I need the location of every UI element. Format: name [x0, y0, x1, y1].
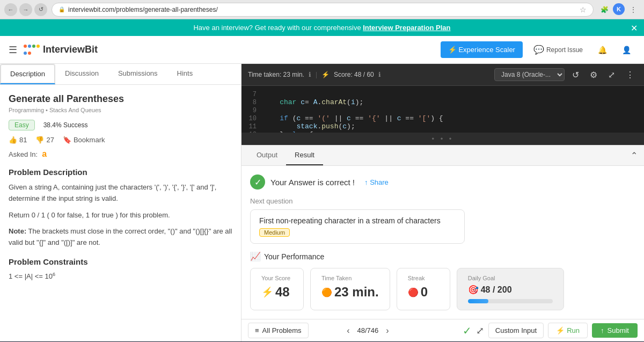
code-line-9: 9: [241, 106, 644, 114]
check-solution-button[interactable]: ✓: [463, 324, 472, 337]
tab-description[interactable]: Description: [0, 64, 55, 84]
report-issue-button[interactable]: 💬 Report Issue: [529, 42, 587, 57]
score-card-value: ⚡ 48: [261, 285, 292, 300]
code-line-8: 8 char c= A.charAt(i);: [241, 98, 644, 106]
all-problems-button[interactable]: ≡ All Problems: [248, 323, 309, 338]
run-icon: ⚡: [556, 326, 565, 334]
back-button[interactable]: ←: [4, 3, 17, 16]
experience-scaler-button[interactable]: ⚡ Experience Scaler: [441, 41, 523, 58]
bookmark-button[interactable]: 🔖 Bookmark: [63, 136, 105, 144]
prev-problem-button[interactable]: ‹: [343, 325, 353, 337]
problem-description-title: Problem Description: [9, 168, 232, 177]
next-question-card[interactable]: First non-repeating character in a strea…: [250, 209, 465, 244]
refresh-code-button[interactable]: ↺: [569, 69, 582, 81]
results-panel: Output Result ⌃ ✓ Your Answer is correct…: [241, 145, 644, 319]
daily-goal-fill: [468, 299, 488, 303]
upload-icon: ↑: [601, 326, 604, 334]
main-layout: Description Discussion Submissions Hints…: [0, 64, 644, 341]
list-icon: ≡: [255, 326, 259, 334]
lightning-score-icon: ⚡: [261, 286, 273, 298]
bottom-toolbar: ≡ All Problems ‹ 48/746 › ✓ ⤢ Custom Inp…: [241, 319, 644, 341]
time-card: Time Taken 🟠 23 min.: [310, 268, 390, 310]
logo-icon: [24, 43, 40, 56]
tab-discussion[interactable]: Discussion: [55, 64, 108, 84]
results-content: ✓ Your Answer is correct ! ↑ Share Next …: [241, 166, 644, 319]
amazon-logo: a: [42, 149, 47, 159]
profile-button[interactable]: K: [613, 3, 625, 15]
asked-in-label: Asked In:: [9, 150, 38, 158]
interview-prep-banner: Have an interview? Get ready with our co…: [0, 19, 644, 36]
menu-button[interactable]: ⋮: [627, 3, 640, 16]
downvote-count: 27: [46, 136, 54, 144]
star-icon[interactable]: ☆: [580, 5, 587, 14]
notifications-button[interactable]: 🔔: [594, 43, 611, 56]
upvote-button[interactable]: 👍 81: [9, 136, 27, 144]
tab-result[interactable]: Result: [286, 145, 323, 165]
banner-link[interactable]: Interview Preparation Plan: [363, 24, 450, 32]
expand-editor-button[interactable]: ⤢: [476, 325, 484, 337]
tab-submissions[interactable]: Submissions: [108, 64, 167, 84]
thumbs-down-icon: 👎: [35, 136, 44, 144]
problem-tags: Programming • Stacks And Queues: [9, 107, 232, 113]
browser-action-buttons: 🧩 K ⋮: [598, 3, 640, 16]
toolbar-separator: |: [316, 71, 317, 78]
check-circle-icon: ✓: [250, 174, 265, 190]
downvote-button[interactable]: 👎 27: [35, 136, 54, 144]
extensions-button[interactable]: 🧩: [598, 3, 611, 16]
note-text: The brackets must close in the correct o…: [9, 227, 232, 246]
score-info-icon: ℹ: [378, 71, 381, 78]
next-question-title: First non-repeating character in a strea…: [259, 216, 456, 225]
thumbs-up-icon: 👍: [9, 136, 17, 144]
browser-nav-buttons: ← → ↺: [4, 3, 47, 16]
line-number-7: 7: [241, 90, 263, 98]
left-panel: Description Discussion Submissions Hints…: [0, 64, 241, 341]
code-toolbar: Time taken: 23 min. ℹ | ⚡ Score: 48 / 60…: [241, 64, 644, 86]
forward-button[interactable]: →: [19, 3, 32, 16]
line-number-9: 9: [241, 106, 263, 114]
submit-button[interactable]: ↑ Submit: [592, 323, 638, 338]
problem-content: Generate all Parentheses Programming • S…: [0, 85, 241, 341]
tab-hints[interactable]: Hints: [167, 64, 203, 84]
asked-in-section: Asked In: a: [9, 149, 232, 159]
results-tabs: Output Result ⌃: [241, 145, 644, 166]
lightning-icon: ⚡: [321, 71, 330, 78]
info-icon: ℹ: [309, 71, 311, 78]
streak-card-label: Streak: [408, 275, 439, 281]
success-rate: 38.4% Success: [43, 121, 88, 129]
app-header: ☰ InterviewBit ⚡ Experience Scaler 💬 Rep…: [0, 36, 644, 64]
banner-close-button[interactable]: ✕: [631, 23, 638, 33]
constraints-title: Problem Constraints: [9, 257, 232, 266]
expand-code-button[interactable]: ⤢: [605, 69, 618, 81]
performance-chart-icon: 📈: [250, 251, 261, 261]
tab-output[interactable]: Output: [248, 145, 286, 165]
language-select[interactable]: Java 8 (Oracle-...: [494, 68, 565, 81]
url-text: interviewbit.com/problems/generate-all-p…: [68, 6, 218, 13]
medium-badge: Medium: [259, 228, 290, 237]
performance-title: 📈 Your Performance: [250, 251, 635, 261]
problem-title: Generate all Parentheses: [9, 93, 232, 105]
share-button[interactable]: ↑ Share: [364, 178, 389, 186]
profile-menu-button[interactable]: 👤: [618, 43, 635, 56]
vote-bookmark-bar: 👍 81 👎 27 🔖 Bookmark: [9, 136, 232, 144]
code-editor[interactable]: 7 8 char c= A.charAt(i); 9 10 if (c == '…: [241, 86, 644, 133]
address-bar[interactable]: 🔒 interviewbit.com/problems/generate-all…: [52, 3, 594, 17]
custom-input-button[interactable]: Custom Input: [488, 323, 544, 338]
hamburger-menu-button[interactable]: ☰: [9, 44, 17, 56]
collapse-results-button[interactable]: ⌃: [631, 150, 638, 161]
logo-text: InterviewBit: [43, 44, 98, 55]
score-card: Your Score ⚡ 48: [250, 268, 304, 310]
browser-chrome: ← → ↺ 🔒 interviewbit.com/problems/genera…: [0, 0, 644, 19]
pagination-text: 48/746: [357, 326, 379, 334]
difficulty-badge: Easy: [9, 120, 35, 130]
code-divider[interactable]: • • •: [241, 133, 644, 145]
performance-cards: Your Score ⚡ 48 Time Taken 🟠 23 min.: [250, 268, 635, 310]
problem-description-text: Given a string A, containing just the ch…: [9, 182, 232, 249]
upvote-count: 81: [19, 136, 27, 144]
settings-button[interactable]: ⚙: [587, 69, 601, 81]
lock-icon: 🔒: [58, 6, 65, 12]
next-problem-button[interactable]: ›: [383, 325, 392, 337]
reload-button[interactable]: ↺: [34, 3, 47, 16]
header-actions: ⚡ Experience Scaler 💬 Report Issue 🔔 👤: [441, 41, 635, 58]
more-options-button[interactable]: ⋮: [623, 69, 638, 81]
run-button[interactable]: ⚡ Run: [548, 323, 588, 338]
